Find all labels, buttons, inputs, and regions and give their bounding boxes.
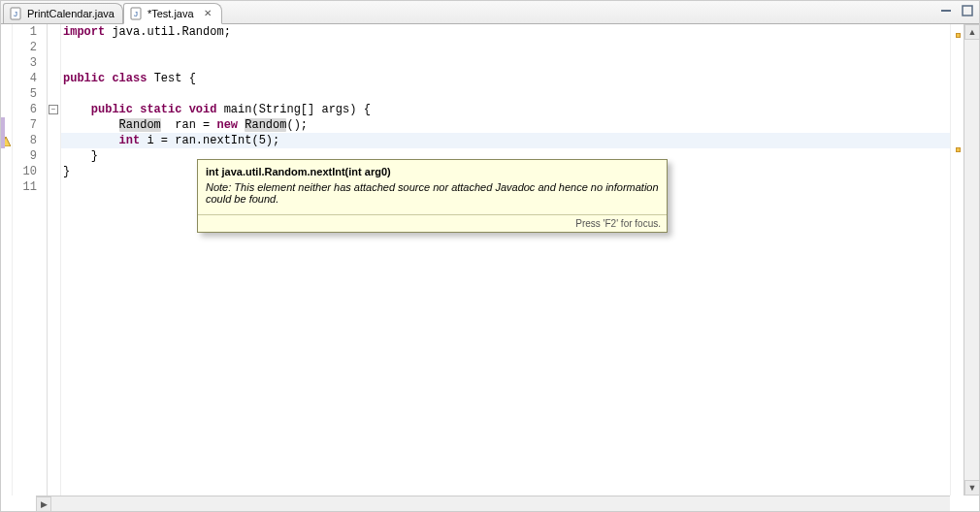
code-line[interactable]	[61, 40, 950, 55]
line-number: 3	[13, 55, 47, 71]
tab-label: PrintCalendar.java	[27, 8, 114, 19]
line-number: 5	[13, 86, 47, 102]
change-marker	[1, 117, 5, 133]
code-line[interactable]: int i = ran.nextInt(5);	[61, 133, 950, 148]
code-line[interactable]: public static void main(String[] args) {	[61, 102, 950, 117]
editor-tab-bar: JPrintCalendar.javaJ*Test.java✕	[1, 1, 979, 24]
java-file-icon: J	[10, 7, 23, 20]
javadoc-hover: int java.util.Random.nextInt(int arg0) N…	[197, 159, 668, 233]
svg-text:J: J	[14, 10, 17, 18]
line-number: 8	[13, 133, 47, 148]
code-line[interactable]	[61, 55, 950, 71]
horizontal-scrollbar[interactable]: ◀ ▶	[36, 496, 950, 511]
maximize-icon[interactable]	[960, 3, 975, 18]
code-area[interactable]: import java.util.Random;public class Tes…	[61, 24, 950, 496]
tab-label: *Test.java	[147, 8, 194, 19]
code-line[interactable]	[61, 86, 950, 102]
change-marker	[1, 133, 5, 148]
overview-warning-marker[interactable]	[956, 147, 961, 152]
code-line[interactable]: public class Test {	[61, 71, 950, 86]
line-number: 2	[13, 40, 47, 55]
java-file-icon: J	[130, 7, 144, 20]
hover-note: Note: This element neither has attached …	[198, 179, 667, 214]
code-line[interactable]: Random ran = new Random();	[61, 117, 950, 133]
line-number: 6	[13, 102, 47, 117]
editor-area: 1234567891011 − import java.util.Random;…	[1, 24, 979, 496]
scroll-right-icon[interactable]: ▶	[36, 496, 51, 512]
close-icon[interactable]: ✕	[202, 8, 213, 19]
line-number: 11	[13, 179, 47, 195]
hover-footer: Press 'F2' for focus.	[198, 214, 667, 232]
editor-tab[interactable]: J*Test.java✕	[123, 3, 222, 24]
code-line[interactable]: import java.util.Random;	[61, 24, 950, 40]
scroll-up-icon[interactable]: ▲	[964, 24, 980, 40]
svg-rect-4	[941, 10, 951, 12]
fold-toggle-icon[interactable]: −	[49, 105, 58, 114]
tab-bar-controls	[938, 3, 975, 18]
vertical-scrollbar[interactable]: ▲ ▼	[964, 24, 979, 496]
scroll-down-icon[interactable]: ▼	[964, 480, 980, 496]
minimize-icon[interactable]	[938, 3, 954, 18]
overview-warning-marker[interactable]	[956, 33, 961, 38]
line-number: 1	[13, 24, 47, 40]
annotation-ruler	[1, 24, 13, 496]
line-number-gutter: 1234567891011	[13, 24, 48, 496]
line-number: 9	[13, 148, 47, 164]
editor-tab[interactable]: JPrintCalendar.java	[3, 3, 123, 23]
svg-rect-5	[963, 6, 972, 16]
overview-ruler[interactable]	[950, 24, 964, 496]
line-number: 7	[13, 117, 47, 133]
folding-ruler: −	[48, 24, 61, 496]
hover-signature: int java.util.Random.nextInt(int arg0)	[198, 160, 667, 179]
svg-text:J: J	[134, 10, 138, 18]
line-number: 10	[13, 164, 47, 179]
line-number: 4	[13, 71, 47, 86]
